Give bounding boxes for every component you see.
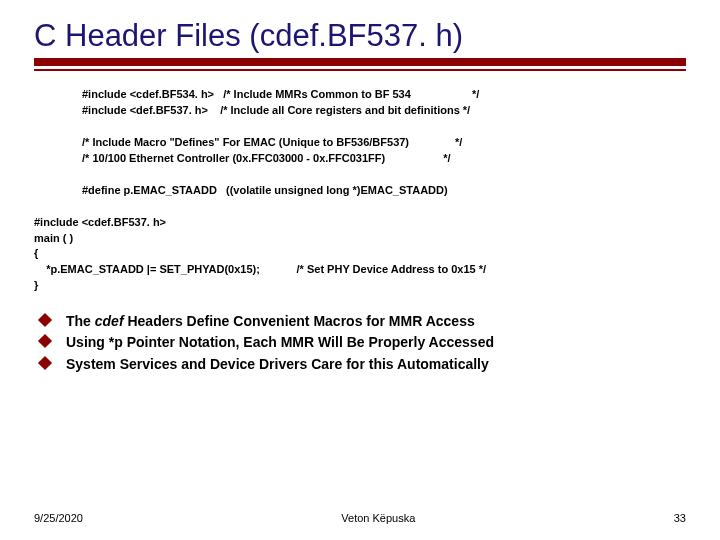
bullet-item-3: System Services and Device Drivers Care … bbox=[34, 355, 686, 373]
diamond-bullet-icon bbox=[38, 334, 52, 348]
bullet-text-pre: The bbox=[66, 313, 95, 329]
footer-author: Veton Këpuska bbox=[341, 512, 415, 524]
bullet-text: System Services and Device Drivers Care … bbox=[66, 356, 489, 372]
code-line: #define p.EMAC_STAADD ((volatile unsigne… bbox=[82, 184, 448, 196]
slide-title: C Header Files (cdef.BF537. h) bbox=[34, 18, 686, 54]
code-line: *p.EMAC_STAADD |= SET_PHYAD(0x15); /* Se… bbox=[34, 263, 486, 275]
title-rule bbox=[34, 58, 686, 71]
header-code-block: #include <cdef.BF534. h> /* Include MMRs… bbox=[82, 87, 686, 199]
rule-thick bbox=[34, 58, 686, 66]
code-line: #include <cdef.BF534. h> /* Include MMRs… bbox=[82, 88, 479, 100]
code-line: /* Include Macro "Defines" For EMAC (Uni… bbox=[82, 136, 462, 148]
bullet-item-2: Using *p Pointer Notation, Each MMR Will… bbox=[34, 333, 686, 351]
diamond-bullet-icon bbox=[38, 313, 52, 327]
bullet-text: Using *p Pointer Notation, Each MMR Will… bbox=[66, 334, 494, 350]
code-line: main ( ) bbox=[34, 232, 73, 244]
code-line: #include <cdef.BF537. h> bbox=[34, 216, 166, 228]
rule-thin bbox=[34, 69, 686, 71]
bullet-list: The cdef Headers Define Convenient Macro… bbox=[34, 312, 686, 373]
bullet-item-1: The cdef Headers Define Convenient Macro… bbox=[34, 312, 686, 330]
diamond-bullet-icon bbox=[38, 356, 52, 370]
bullet-text-em: cdef bbox=[95, 313, 124, 329]
slide: C Header Files (cdef.BF537. h) #include … bbox=[0, 0, 720, 540]
footer-page-number: 33 bbox=[674, 512, 686, 524]
bullet-text-post: Headers Define Convenient Macros for MMR… bbox=[124, 313, 475, 329]
example-code-block: #include <cdef.BF537. h> main ( ) { *p.E… bbox=[34, 215, 686, 295]
code-line: /* 10/100 Ethernet Controller (0x.FFC030… bbox=[82, 152, 451, 164]
footer-date: 9/25/2020 bbox=[34, 512, 83, 524]
slide-footer: 9/25/2020 Veton Këpuska 33 bbox=[34, 512, 686, 524]
code-line: } bbox=[34, 279, 38, 291]
code-line: #include <def.BF537. h> /* Include all C… bbox=[82, 104, 470, 116]
code-line: { bbox=[34, 247, 38, 259]
